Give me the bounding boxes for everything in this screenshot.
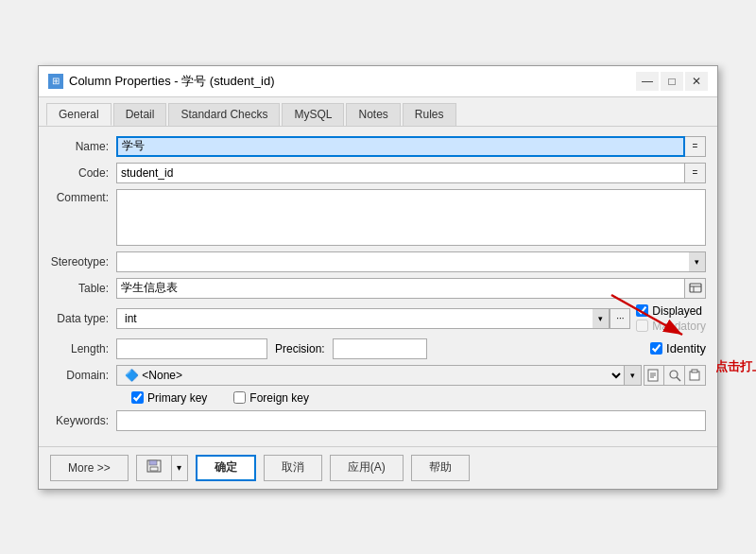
title-bar-left: ⊞ Column Properties - 学号 (student_id): [48, 73, 274, 90]
domain-select[interactable]: 🔷 <None>: [116, 365, 625, 386]
primary-key-label: Primary key: [147, 391, 207, 405]
svg-rect-15: [150, 467, 158, 471]
app-icon: ⊞: [48, 74, 63, 89]
identity-label: Identity: [666, 341, 706, 355]
tabs-bar: General Detail Standard Checks MySQL Not…: [39, 97, 717, 127]
name-label: Name:: [50, 140, 116, 153]
displayed-checkbox[interactable]: [636, 304, 648, 317]
table-browse-button[interactable]: [685, 278, 706, 299]
domain-browse-icon: [668, 369, 681, 382]
precision-label: Precision:: [267, 342, 333, 355]
code-eq-button[interactable]: =: [685, 163, 706, 183]
keywords-input[interactable]: [116, 410, 706, 431]
length-input[interactable]: [116, 338, 267, 359]
domain-label: Domain:: [50, 369, 116, 382]
length-precision-row: Length: Precision: Identity: [50, 338, 706, 359]
domain-select-wrap: 🔷 <None> ▾: [116, 365, 642, 386]
name-row: Name: =: [50, 136, 706, 157]
save-icon: [146, 459, 162, 473]
dialog-window: ⊞ Column Properties - 学号 (student_id) — …: [38, 65, 718, 490]
datatype-row: Data type: int ▾ ··· Displayed Mandatory: [50, 304, 706, 333]
tab-notes[interactable]: Notes: [346, 103, 400, 126]
foreign-key-checkbox-row: Foreign key: [233, 391, 309, 405]
domain-action-buttons: [644, 365, 706, 386]
primary-key-checkbox[interactable]: [131, 391, 144, 404]
svg-point-7: [670, 371, 678, 378]
identity-checkbox[interactable]: [650, 342, 662, 355]
cancel-button[interactable]: 取消: [264, 455, 322, 481]
table-row: Table:: [50, 278, 706, 299]
name-input[interactable]: [116, 136, 685, 157]
tab-mysql[interactable]: MySQL: [282, 103, 344, 126]
content-area: Name: = Code: = Comment: Stereotype: ▾: [39, 127, 717, 446]
save-dropdown-button[interactable]: ▾: [171, 455, 188, 481]
domain-clear-icon: [689, 369, 702, 382]
mandatory-checkbox[interactable]: [636, 320, 648, 332]
window-title: Column Properties - 学号 (student_id): [69, 73, 274, 90]
primary-key-checkbox-row: Primary key: [131, 391, 207, 405]
code-label: Code:: [50, 166, 116, 180]
table-label: Table:: [50, 282, 116, 295]
domain-browse-button[interactable]: [664, 365, 685, 386]
displayed-label: Displayed: [652, 304, 702, 318]
domain-row: Domain: 🔷 <None> ▾: [50, 365, 706, 386]
code-row: Code: =: [50, 163, 706, 183]
domain-dropdown-icon[interactable]: ▾: [625, 365, 642, 386]
keywords-label: Keywords:: [50, 414, 116, 427]
datatype-select-wrapper: int ▾: [116, 308, 610, 329]
mandatory-label: Mandatory: [652, 320, 706, 333]
table-input[interactable]: [116, 278, 685, 299]
save-button-group: ▾: [136, 455, 188, 481]
datatype-checkboxes: Displayed Mandatory: [636, 304, 706, 333]
tab-detail[interactable]: Detail: [113, 103, 167, 126]
svg-rect-0: [690, 284, 701, 292]
footer: More >> ▾ 确定 取消 应用(A) 帮助: [39, 446, 717, 489]
confirm-button[interactable]: 确定: [196, 455, 256, 481]
domain-clear-button[interactable]: [685, 365, 706, 386]
mandatory-checkbox-row: Mandatory: [636, 320, 706, 333]
datatype-select[interactable]: int: [116, 308, 610, 329]
svg-rect-14: [149, 460, 157, 465]
displayed-checkbox-row: Displayed: [636, 304, 706, 318]
foreign-key-label: Foreign key: [249, 391, 309, 405]
title-bar: ⊞ Column Properties - 学号 (student_id) — …: [39, 66, 717, 97]
comment-label: Comment:: [50, 189, 116, 204]
datatype-left: int ▾ ···: [116, 308, 630, 329]
title-controls: — □ ✕: [636, 72, 708, 91]
save-button[interactable]: [136, 455, 171, 481]
datatype-more-button[interactable]: ···: [610, 308, 630, 329]
name-eq-button[interactable]: =: [685, 136, 706, 157]
datatype-label: Data type:: [50, 312, 116, 325]
minimize-button[interactable]: —: [636, 72, 659, 91]
svg-rect-10: [692, 370, 697, 372]
identity-checkbox-row: Identity: [650, 341, 706, 355]
keywords-row: Keywords:: [50, 410, 706, 431]
keys-row: Primary key Foreign key: [50, 391, 706, 405]
comment-row: Comment:: [50, 189, 706, 246]
table-browse-icon: [689, 283, 702, 294]
precision-input[interactable]: [333, 338, 427, 359]
close-button[interactable]: ✕: [685, 72, 708, 91]
domain-new-icon: [647, 369, 661, 382]
tab-rules[interactable]: Rules: [403, 103, 456, 126]
annotation-text: 点击打上对号，自增: [715, 358, 756, 375]
help-button[interactable]: 帮助: [411, 455, 470, 481]
apply-button[interactable]: 应用(A): [330, 455, 404, 481]
length-label: Length:: [50, 342, 116, 355]
maximize-button[interactable]: □: [661, 72, 683, 91]
svg-line-8: [677, 377, 680, 381]
stereotype-select-wrapper: ▾: [116, 251, 706, 272]
code-input[interactable]: [116, 163, 685, 183]
stereotype-select[interactable]: [116, 251, 706, 272]
tab-standard-checks[interactable]: Standard Checks: [168, 103, 280, 126]
domain-new-button[interactable]: [644, 365, 664, 386]
comment-textarea[interactable]: [116, 189, 706, 246]
foreign-key-checkbox[interactable]: [233, 391, 246, 404]
tab-general[interactable]: General: [46, 103, 112, 126]
stereotype-row: Stereotype: ▾: [50, 251, 706, 272]
more-button[interactable]: More >>: [50, 455, 129, 481]
stereotype-label: Stereotype:: [50, 255, 116, 268]
